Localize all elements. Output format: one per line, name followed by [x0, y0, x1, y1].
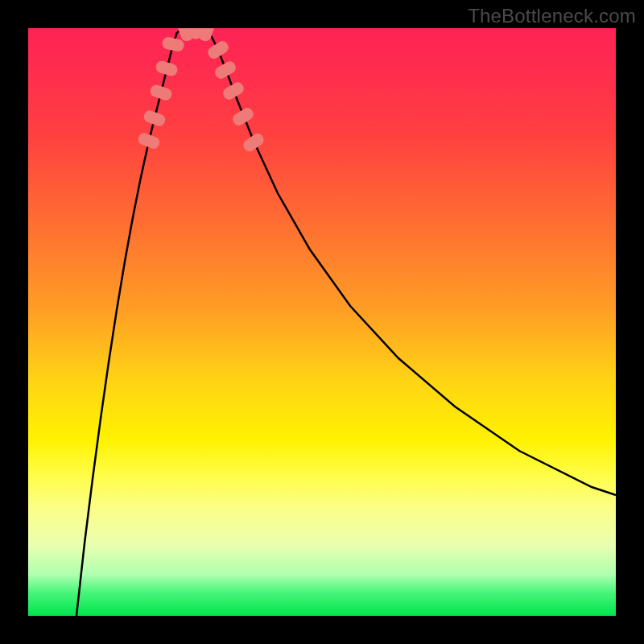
curve-right-branch — [209, 32, 616, 495]
data-marker — [137, 131, 162, 150]
data-marker — [213, 60, 238, 80]
data-marker — [221, 80, 246, 101]
watermark-text: TheBottleneck.com — [468, 5, 636, 27]
data-marker — [206, 39, 231, 60]
data-marker — [149, 84, 173, 102]
data-marker — [242, 131, 266, 154]
plot-area — [28, 28, 616, 616]
marker-group — [137, 28, 266, 154]
data-marker — [161, 36, 185, 52]
data-marker — [142, 109, 167, 127]
data-marker — [155, 60, 179, 77]
outer-frame: TheBottleneck.com — [0, 0, 644, 644]
chart-svg — [28, 28, 616, 616]
data-marker — [231, 105, 256, 127]
